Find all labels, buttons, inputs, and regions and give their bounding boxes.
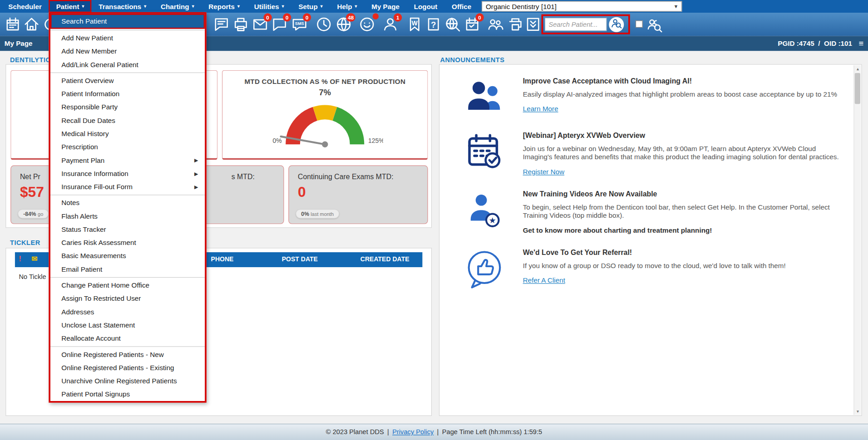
sms-icon[interactable]: SMS0 — [291, 16, 308, 33]
menu-patient[interactable]: Patient▾ — [49, 0, 92, 13]
menu-item-add-new-patient[interactable]: Add New Patient — [50, 32, 205, 45]
menubar-item-label: Office — [452, 2, 471, 10]
patient-time-icon[interactable]: 1 — [382, 16, 399, 33]
menu-item-unclose-last-statement[interactable]: Unclose Last Statement — [50, 318, 205, 332]
chat-notes-icon[interactable] — [213, 16, 230, 33]
menu-item-unarchive-online-registered-patients[interactable]: Unarchive Online Registered Patients — [50, 375, 205, 388]
menu-divider — [50, 195, 205, 195]
menu-help[interactable]: Help▾ — [330, 0, 365, 13]
announcement-title: New Training Videos Are Now Available — [523, 190, 845, 198]
announcement-link[interactable]: Learn More — [523, 105, 558, 114]
menu-item-medical-history[interactable]: Medical History — [50, 127, 205, 140]
menu-item-status-tracker[interactable]: Status Tracker — [50, 223, 205, 236]
announcement-item: We'd Love To Get Your Referral!If you kn… — [446, 249, 845, 289]
search-option-checkbox[interactable] — [636, 20, 643, 28]
webinar-calendar-icon — [446, 131, 523, 176]
metric-card-badge: -84% go — [18, 209, 49, 219]
menu-item-patient-overview[interactable]: Patient Overview — [50, 74, 205, 87]
svg-text:SMS: SMS — [295, 21, 304, 26]
menu-item-patient-information[interactable]: Patient Information — [50, 88, 205, 101]
menubar-item-label: Logout — [414, 2, 438, 10]
svg-text:0%: 0% — [272, 137, 281, 144]
menu-setup[interactable]: Setup▾ — [291, 0, 330, 13]
staff-icon[interactable] — [487, 16, 504, 33]
menu-charting[interactable]: Charting▾ — [153, 0, 201, 13]
metric-card-title: Continuing Care Exams MTD: — [298, 172, 419, 181]
patients-group-icon[interactable] — [359, 16, 375, 33]
menu-item-responsible-party[interactable]: Responsible Party — [50, 101, 205, 114]
menu-item-add-new-member[interactable]: Add New Member — [50, 45, 205, 58]
web-globe-icon[interactable]: 48 — [335, 16, 352, 33]
help-icon[interactable]: ? — [425, 16, 442, 33]
menu-office[interactable]: Office — [444, 0, 478, 13]
menu-item-label: Flash Alerts — [61, 212, 98, 220]
menu-item-payment-plan[interactable]: Payment Plan▶ — [50, 154, 205, 167]
menu-item-label: Assign To Restricted User — [61, 295, 141, 303]
menu-item-notes[interactable]: Notes — [50, 196, 205, 210]
web-search-icon[interactable] — [444, 16, 461, 33]
privacy-policy-link[interactable]: Privacy Policy — [392, 428, 434, 436]
people-search-icon[interactable] — [646, 17, 662, 33]
menu-item-basic-measurements[interactable]: Basic Measurements — [50, 249, 205, 263]
menu-item-label: Online Registered Patients - New — [61, 351, 163, 358]
messages-icon[interactable]: 0 — [271, 16, 288, 33]
schedule-icon[interactable] — [5, 16, 21, 33]
announcement-body: If you know of a group or DSO ready to m… — [523, 262, 845, 270]
menu-item-addresses[interactable]: Addresses — [50, 305, 205, 318]
chevron-down-icon: ▾ — [355, 4, 357, 9]
menu-my-page[interactable]: My Page — [364, 0, 407, 13]
menu-item-caries-risk-assessment[interactable]: Caries Risk Assessment — [50, 236, 205, 249]
office-select[interactable]: Organic Dentistry [101] ▼ — [482, 1, 682, 11]
menu-transactions[interactable]: Transactions▾ — [91, 0, 153, 13]
notification-badge: 0 — [263, 13, 271, 21]
email-icon[interactable]: 0 — [252, 16, 269, 33]
menu-utilities[interactable]: Utilities▾ — [247, 0, 291, 13]
menu-item-recall-due-dates[interactable]: Recall Due Dates — [50, 114, 205, 127]
menu-reports[interactable]: Reports▾ — [201, 0, 247, 13]
calendar-tasks-icon[interactable]: 0 — [464, 16, 481, 33]
footer-time-left: Page Time Left (hh:mm:ss) 1:59:5 — [442, 428, 542, 436]
patient-search-button[interactable] — [609, 17, 624, 32]
menu-item-label: Patient Information — [61, 90, 119, 98]
menu-scheduler[interactable]: Scheduler — [1, 0, 49, 13]
announcement-link[interactable]: Register Now — [523, 168, 564, 176]
menu-item-reallocate-account[interactable]: Reallocate Account — [50, 332, 205, 345]
menu-item-online-registered-patients-existing[interactable]: Online Registered Patients - Existing — [50, 361, 205, 374]
menu-item-flash-alerts[interactable]: Flash Alerts — [50, 210, 205, 223]
menu-item-prescription[interactable]: Prescription — [50, 141, 205, 154]
footer-separator: | — [437, 428, 439, 436]
menu-item-email-patient[interactable]: Email Patient — [50, 263, 205, 276]
announcements-scrollbar[interactable]: ▲ ▼ — [853, 65, 861, 415]
menu-logout[interactable]: Logout — [407, 0, 444, 13]
print-icon[interactable] — [507, 16, 524, 33]
gauge-container: 0% 125% — [222, 98, 427, 152]
menu-item-insurance-fill-out-form[interactable]: Insurance Fill-out Form▶ — [50, 181, 205, 194]
menu-item-insurance-information[interactable]: Insurance Information▶ — [50, 167, 205, 180]
menu-item-change-patient-home-office[interactable]: Change Patient Home Office — [50, 279, 205, 292]
top-menubar: SchedulerPatient▾Transactions▾Charting▾R… — [0, 0, 868, 13]
menu-item-search-patient[interactable]: Search Patient — [50, 14, 205, 29]
scroll-up-icon[interactable]: ▲ — [854, 65, 862, 73]
svg-text:?: ? — [431, 20, 436, 29]
announcement-link[interactable]: Refer A Client — [523, 277, 565, 285]
notification-badge: 0 — [303, 13, 311, 21]
menu-item-patient-portal-signups[interactable]: Patient Portal Signups — [50, 388, 205, 401]
fax-icon[interactable] — [232, 16, 249, 33]
menu-item-online-registered-patients-new[interactable]: Online Registered Patients - New — [50, 348, 205, 361]
home-icon[interactable] — [23, 16, 40, 33]
menu-item-assign-to-restricted-user[interactable]: Assign To Restricted User — [50, 292, 205, 305]
menu-item-label: Insurance Fill-out Form — [61, 183, 133, 191]
page-menu-icon[interactable]: ≡ — [859, 39, 864, 48]
collapse-icon[interactable] — [525, 16, 542, 33]
time-clock-icon[interactable] — [316, 16, 332, 33]
menu-item-add-link-general-patient[interactable]: Add/Link General Patient — [50, 58, 205, 71]
bookmark-w-icon[interactable]: W — [406, 16, 423, 33]
scroll-down-icon[interactable]: ▼ — [854, 408, 862, 415]
announcement-body: Join us for a webinar on Wednesday, May … — [523, 145, 845, 162]
menu-item-label: Medical History — [61, 130, 108, 138]
cloud-imaging-people-icon — [446, 77, 523, 117]
scrollbar-thumb[interactable] — [855, 73, 860, 104]
tickler-column-email: ✉ — [32, 254, 38, 263]
menu-item-label: Addresses — [61, 308, 94, 316]
patient-search-input[interactable] — [545, 18, 607, 31]
